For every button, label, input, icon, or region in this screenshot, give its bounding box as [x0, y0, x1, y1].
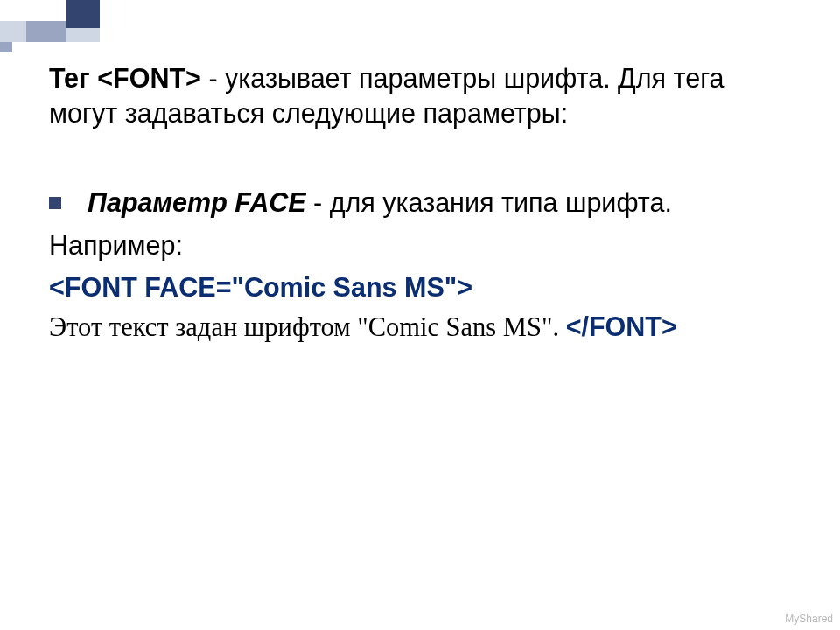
example-label: Например:: [49, 228, 798, 263]
intro-paragraph: Тег <FONT> - указывает параметры шрифта.…: [49, 61, 798, 130]
deco-square: [0, 21, 26, 42]
bullet-text: Параметр FACE - для указания типа шрифта…: [88, 185, 798, 345]
deco-square: [26, 21, 66, 42]
param-face-rest: - для указания типа шрифта.: [306, 187, 672, 217]
comic-sans-line: Этот текст задан шрифтом "Comic Sans MS"…: [49, 309, 798, 346]
deco-square: [66, 0, 100, 28]
font-tag: <FONT>: [97, 63, 201, 93]
param-face-label: Параметр FACE: [88, 187, 306, 217]
content-area: Тег <FONT> - указывает параметры шрифта.…: [49, 61, 798, 345]
bullet-square-icon: [49, 197, 61, 209]
bullet-item: Параметр FACE - для указания типа шрифта…: [49, 185, 798, 345]
deco-square: [0, 42, 12, 52]
watermark: MyShared: [785, 612, 833, 625]
intro-prefix: Тег: [49, 63, 97, 93]
slide: Тег <FONT> - указывает параметры шрифта.…: [0, 0, 840, 630]
corner-decoration: [0, 0, 105, 56]
spacer: [49, 130, 798, 185]
comic-text: Этот текст задан шрифтом "Comic Sans MS"…: [49, 312, 566, 342]
font-close-tag: </FONT>: [566, 312, 677, 341]
deco-square: [66, 28, 100, 42]
font-open-tag: <FONT FACE="Comic Sans MS">: [49, 270, 798, 305]
